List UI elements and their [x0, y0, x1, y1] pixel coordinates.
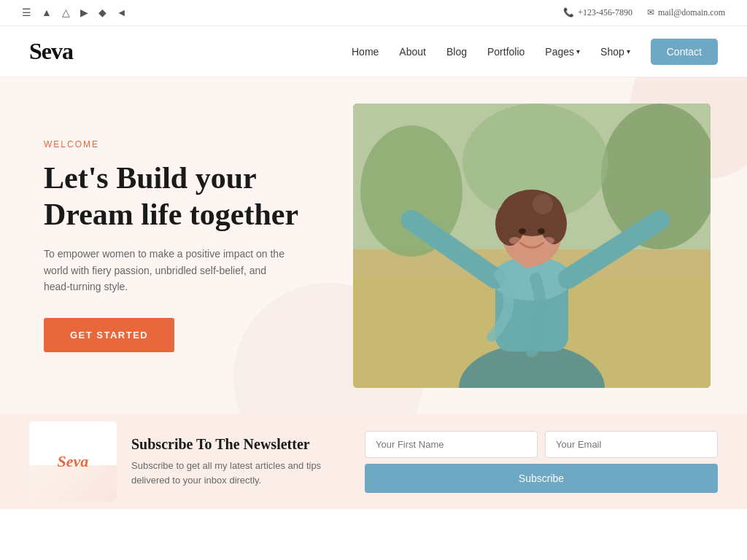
- phone-info: 📞 +123-456-7890: [563, 7, 632, 18]
- newsletter-title: Subscribe To The Newsletter: [131, 436, 350, 453]
- newsletter-text: Subscribe To The Newsletter Subscribe to…: [131, 436, 350, 487]
- hero-photo: [353, 104, 711, 388]
- hero-title: Let's Build your Dream life together: [44, 160, 350, 233]
- svg-point-17: [519, 228, 526, 234]
- header: Seva Home About Blog Portfolio Pages Sho…: [0, 26, 747, 77]
- newsletter-inputs: [365, 431, 718, 458]
- subscribe-button[interactable]: Subscribe: [365, 464, 718, 493]
- hero-image: [353, 104, 711, 388]
- phone-number: +123-456-7890: [578, 7, 632, 18]
- contact-info: 📞 +123-456-7890 ✉ mail@domain.com: [563, 7, 725, 18]
- email-address: mail@domain.com: [658, 7, 725, 18]
- newsletter-section: Seva Subscribe To The Newsletter Subscri…: [0, 414, 747, 509]
- email-info: ✉ mail@domain.com: [647, 7, 725, 18]
- svg-point-18: [538, 228, 545, 234]
- nav-blog[interactable]: Blog: [446, 46, 467, 58]
- twitter-icon[interactable]: ◄: [117, 7, 127, 19]
- social-icons: ☰ ▲ △ ▶ ◆ ◄: [22, 7, 127, 19]
- newsletter-logo: Seva: [58, 452, 89, 471]
- first-name-input[interactable]: [365, 431, 538, 458]
- main-nav: Home About Blog Portfolio Pages Shop Con…: [352, 39, 718, 65]
- nav-pages[interactable]: Pages: [545, 46, 580, 58]
- hero-description: To empower women to make a positive impa…: [44, 246, 292, 295]
- email-input[interactable]: [545, 431, 718, 458]
- phone-icon: 📞: [563, 7, 574, 18]
- hero-title-line2: Dream life together: [44, 198, 298, 231]
- svg-point-19: [509, 237, 521, 244]
- nav-home[interactable]: Home: [352, 46, 379, 58]
- top-bar: ☰ ▲ △ ▶ ◆ ◄ 📞 +123-456-7890 ✉ mail@domai…: [0, 0, 747, 26]
- newsletter-logo-card: Seva: [29, 421, 117, 502]
- site-logo[interactable]: Seva: [29, 38, 73, 65]
- nav-shop[interactable]: Shop: [600, 46, 630, 58]
- facebook-icon[interactable]: ▲: [42, 7, 52, 19]
- hero-section: Welcome Let's Build your Dream life toge…: [0, 77, 747, 414]
- email-icon: ✉: [647, 7, 654, 18]
- hero-cta-button[interactable]: GET STARTED: [44, 318, 174, 352]
- menu-icon[interactable]: ☰: [22, 7, 31, 19]
- svg-point-16: [533, 194, 553, 214]
- hero-title-line1: Let's Build your: [44, 161, 257, 195]
- nav-about[interactable]: About: [399, 46, 426, 58]
- newsletter-form: Subscribe: [365, 431, 718, 493]
- instagram-icon[interactable]: △: [62, 7, 70, 19]
- nav-portfolio[interactable]: Portfolio: [487, 46, 525, 58]
- pinterest-icon[interactable]: ◆: [98, 7, 107, 19]
- newsletter-description: Subscribe to get all my latest articles …: [131, 459, 350, 487]
- youtube-icon[interactable]: ▶: [80, 7, 88, 19]
- hero-welcome-label: Welcome: [44, 139, 350, 149]
- hero-content: Welcome Let's Build your Dream life toge…: [44, 139, 350, 353]
- svg-point-20: [543, 237, 554, 244]
- contact-button[interactable]: Contact: [651, 39, 718, 65]
